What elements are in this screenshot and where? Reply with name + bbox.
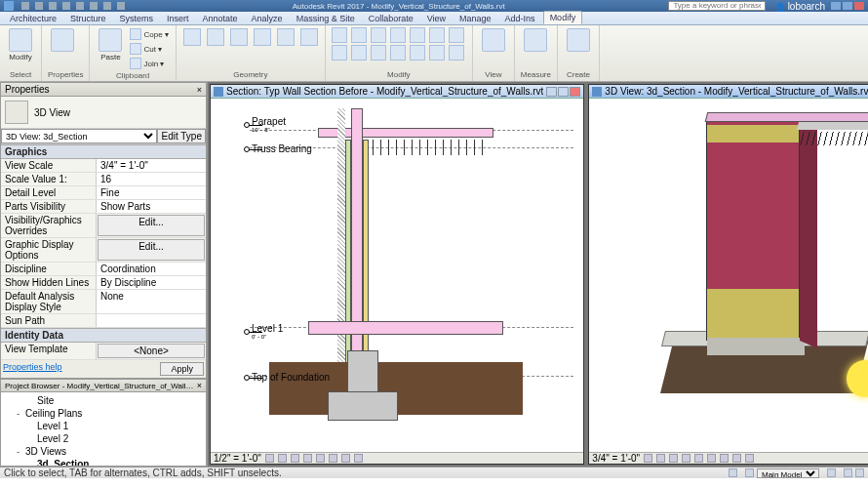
ribbon-button-cut[interactable]: Cut ▾: [129, 42, 169, 56]
property-value[interactable]: Edit...: [98, 215, 205, 236]
property-row[interactable]: Scale Value 1:16: [1, 173, 206, 186]
shadows-icon[interactable]: [303, 454, 312, 463]
level-marker[interactable]: Parapet10' - 8": [244, 116, 286, 133]
modify-tool-button[interactable]: [371, 45, 386, 61]
property-value[interactable]: Coordination: [97, 263, 206, 275]
project-browser-header[interactable]: Project Browser - Modify_Vertical_Struct…: [0, 379, 207, 392]
property-row[interactable]: Detail LevelFine: [1, 186, 206, 200]
property-row[interactable]: Graphic Display OptionsEdit...: [1, 238, 206, 263]
modify-tool-button[interactable]: [410, 45, 425, 61]
ribbon-tool-button[interactable]: [229, 27, 249, 47]
ribbon-tool-button[interactable]: [182, 27, 202, 47]
tab-structure[interactable]: Structure: [64, 13, 112, 24]
filter-icon[interactable]: [855, 468, 864, 477]
ribbon-button[interactable]: Paste: [96, 27, 125, 62]
tree-node[interactable]: 3d_Section: [5, 458, 202, 467]
modify-tool-button[interactable]: [351, 45, 367, 61]
modify-tool-button[interactable]: [429, 45, 445, 61]
level-marker[interactable]: Level 10' - 0": [244, 323, 283, 340]
view-scale-label[interactable]: 3/4" = 1'-0": [592, 453, 640, 464]
help-search-input[interactable]: [668, 1, 766, 11]
crop-region-icon[interactable]: [329, 454, 337, 463]
maximize-button[interactable]: [843, 2, 852, 10]
tree-node[interactable]: Site: [5, 394, 202, 407]
property-value[interactable]: None: [97, 290, 206, 313]
hide-isolate-icon[interactable]: [341, 454, 350, 463]
visual-style-icon[interactable]: [278, 454, 287, 463]
tab-systems[interactable]: Systems: [114, 13, 160, 24]
properties-header[interactable]: Properties ×: [0, 82, 207, 97]
ribbon-button[interactable]: [564, 27, 593, 54]
modify-tool-button[interactable]: [390, 27, 406, 43]
crop-view-icon[interactable]: [316, 454, 325, 463]
reveal-hidden-icon[interactable]: [354, 454, 363, 463]
modify-tool-button[interactable]: [429, 27, 445, 43]
hide-isolate-icon[interactable]: [732, 454, 741, 463]
ribbon-tool-button[interactable]: [276, 27, 296, 47]
3d-view-canvas[interactable]: LEFT: [589, 99, 868, 452]
level-marker[interactable]: Truss Bearing: [244, 143, 312, 154]
tab-manage[interactable]: Manage: [454, 13, 497, 24]
property-category[interactable]: Graphics: [1, 144, 206, 159]
apply-button[interactable]: Apply: [160, 362, 204, 376]
modify-tool-button[interactable]: [410, 27, 425, 43]
property-value[interactable]: Edit...: [98, 239, 205, 261]
ribbon-tool-button[interactable]: [206, 27, 225, 47]
modify-tool-button[interactable]: [449, 27, 464, 43]
property-row[interactable]: DisciplineCoordination: [1, 263, 206, 276]
property-value[interactable]: Show Parts: [97, 200, 206, 213]
property-value[interactable]: Fine: [97, 186, 206, 199]
view-maximize-button[interactable]: [558, 87, 569, 97]
ribbon-tool-button[interactable]: [299, 27, 319, 47]
view-scale-label[interactable]: 1/2" = 1'-0": [214, 453, 261, 464]
editable-only-icon[interactable]: [745, 468, 754, 477]
project-browser-tree[interactable]: Site-Ceiling PlansLevel 1Level 2-3D View…: [1, 392, 206, 467]
properties-help-link[interactable]: Properties help: [3, 362, 156, 376]
level-marker[interactable]: Top of Foundation: [244, 372, 330, 383]
tab-massing-site[interactable]: Massing & Site: [291, 13, 361, 24]
project-browser-close-icon[interactable]: ×: [197, 381, 202, 390]
sun-path-icon[interactable]: [669, 454, 678, 463]
tree-node[interactable]: Level 1: [5, 420, 202, 432]
section-view-control-bar[interactable]: 1/2" = 1'-0": [211, 452, 583, 464]
ribbon-button[interactable]: [521, 27, 550, 54]
workset-icon[interactable]: [729, 468, 737, 477]
tab-annotate[interactable]: Annotate: [197, 13, 244, 24]
quick-access-toolbar[interactable]: [18, 1, 129, 11]
modify-tool-button[interactable]: [449, 45, 464, 61]
property-row[interactable]: Visibility/Graphics OverridesEdit...: [1, 214, 206, 238]
section-view-header[interactable]: Section: Typ Wall Section Before - Modif…: [211, 85, 583, 99]
properties-close-icon[interactable]: ×: [197, 85, 202, 95]
property-value[interactable]: By Discipline: [97, 276, 206, 289]
3d-view-header[interactable]: 3D View: 3d_Section - Modify_Vertical_St…: [589, 85, 868, 99]
user-label[interactable]: 👤 loboarch: [775, 1, 825, 12]
selection-filter-icon[interactable]: [844, 468, 852, 477]
close-button[interactable]: [854, 2, 864, 10]
tab-add-ins[interactable]: Add-Ins: [499, 13, 541, 24]
ribbon-button[interactable]: [479, 27, 508, 54]
3d-view-control-bar[interactable]: 3/4" = 1'-0": [589, 452, 868, 464]
tab-collaborate[interactable]: Collaborate: [363, 13, 419, 24]
edit-type-button[interactable]: Edit Type: [157, 129, 206, 143]
property-value[interactable]: 3/4" = 1'-0": [97, 159, 206, 172]
ribbon-button[interactable]: [48, 27, 77, 54]
view-close-button[interactable]: [570, 87, 580, 97]
crop-view-icon[interactable]: [707, 454, 716, 463]
rendering-icon[interactable]: [694, 454, 703, 463]
ribbon-button[interactable]: Modify: [6, 27, 35, 62]
tree-node[interactable]: Level 2: [5, 432, 202, 445]
section-view-canvas[interactable]: Parapet10' - 8"Truss BearingLevel 10' - …: [211, 99, 583, 452]
modify-tool-button[interactable]: [332, 45, 347, 61]
tree-node[interactable]: -3D Views: [5, 445, 202, 458]
type-selector-row[interactable]: 3D View: [1, 97, 206, 129]
tree-node[interactable]: -Ceiling Plans: [5, 407, 202, 420]
property-value[interactable]: [97, 314, 206, 327]
design-options-icon[interactable]: [827, 468, 836, 477]
shadows-icon[interactable]: [682, 454, 690, 463]
tab-architecture[interactable]: Architecture: [4, 13, 62, 24]
detail-level-icon[interactable]: [644, 454, 652, 463]
tab-analyze[interactable]: Analyze: [246, 13, 289, 24]
crop-region-icon[interactable]: [720, 454, 729, 463]
property-row[interactable]: View Scale3/4" = 1'-0": [1, 159, 206, 173]
modify-tool-button[interactable]: [371, 27, 386, 43]
